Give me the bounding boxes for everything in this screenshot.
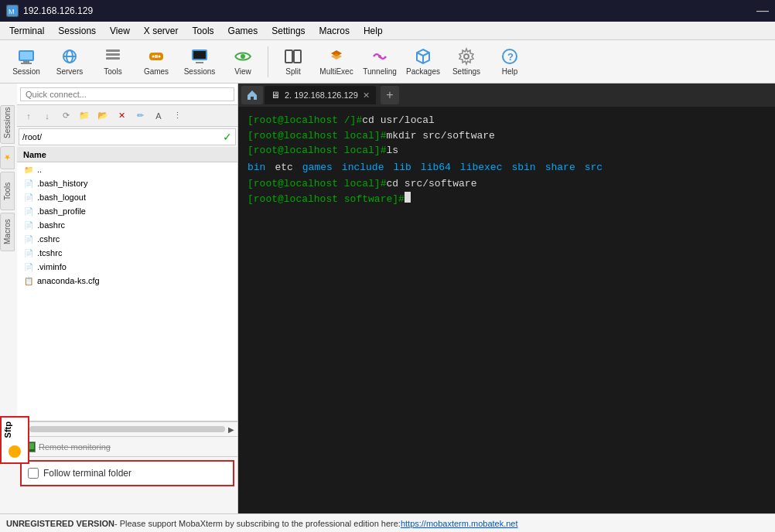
menu-terminal[interactable]: Terminal — [3, 24, 50, 38]
fb-edit-btn[interactable]: ✏ — [131, 107, 149, 124]
file-icon: 📄 — [23, 247, 34, 258]
file-icon: 📄 — [23, 220, 34, 230]
toolbar-tunneling[interactable]: Tunneling — [360, 43, 400, 80]
path-ok-icon: ✓ — [223, 131, 232, 143]
follow-folder-label[interactable]: Follow terminal folder — [43, 468, 131, 479]
terminal-line: [root@localhost local]# mkdir src/softwa… — [248, 128, 766, 144]
svg-rect-10 — [106, 57, 120, 60]
sessions-label: Sessions — [184, 67, 216, 76]
fb-text-btn[interactable]: A — [150, 107, 167, 124]
fb-more-btn[interactable]: ⋮ — [169, 107, 186, 124]
remote-monitoring-row: Remote monitoring — [17, 437, 237, 457]
list-item[interactable]: 📄 .bash_history — [17, 176, 237, 190]
menu-sessions[interactable]: Sessions — [52, 24, 102, 38]
list-item[interactable]: 📄 .bashrc — [17, 218, 237, 232]
toolbar: Session Servers Tools Games Sessions Vie… — [0, 40, 775, 84]
fb-up-btn[interactable]: ↑ — [20, 107, 37, 124]
tunneling-label: Tunneling — [363, 67, 397, 76]
multiexec-label: MultiExec — [319, 67, 353, 76]
toolbar-packages[interactable]: Packages — [403, 43, 443, 80]
menu-tools[interactable]: Tools — [186, 24, 220, 38]
current-path-text: /root/ — [22, 132, 223, 142]
scroll-thumb[interactable] — [29, 426, 225, 432]
file-icon: 📄 — [23, 192, 34, 203]
terminal-tab-label: 2. 192.168.126.129 — [285, 90, 358, 100]
sftp-label[interactable]: Sftp — [2, 418, 28, 441]
file-item-name: .. — [37, 165, 42, 174]
file-browser: ↑ ↓ ⟳ 📁 📂 ✕ ✏ A ⋮ /root/ ✓ Name — [17, 84, 237, 513]
status-message: - Please support MobaXterm by subscribin… — [114, 519, 401, 528]
toolbar-session[interactable]: Session — [6, 43, 46, 80]
terminal-line: [root@localhost local]# cd src/software — [248, 176, 766, 192]
fb-refresh-btn[interactable]: ⟳ — [57, 107, 74, 124]
toolbar-split[interactable]: Split — [273, 43, 313, 80]
list-item[interactable]: 📄 .bash_profile — [17, 204, 237, 218]
list-item[interactable]: 📋 anaconda-ks.cfg — [17, 274, 237, 288]
svg-line-24 — [423, 53, 429, 56]
sidebar-item-macros[interactable]: Macros — [0, 213, 15, 251]
remote-monitoring-label: Remote monitoring — [39, 442, 111, 452]
packages-icon — [414, 47, 432, 66]
svg-rect-17 — [193, 51, 206, 59]
sessions-icon — [190, 47, 209, 66]
ls-dir-item: lib — [393, 160, 411, 176]
fb-folder-btn[interactable]: 📂 — [94, 107, 111, 124]
file-list: 📁 .. 📄 .bash_history 📄 .bash_logout 📄 .b… — [17, 162, 237, 421]
fb-download-btn[interactable]: ↓ — [39, 107, 56, 124]
minimize-btn[interactable]: — — [756, 4, 769, 18]
toolbar-sessions[interactable]: Sessions — [179, 43, 220, 80]
scroll-right-btn[interactable]: ▶ — [228, 425, 234, 434]
menu-games[interactable]: Games — [222, 24, 265, 38]
sidebar-item-tools[interactable]: Tools — [0, 172, 15, 210]
menu-macros[interactable]: Macros — [313, 24, 356, 38]
sidebar-item-sessions[interactable]: Sessions — [0, 105, 15, 144]
file-browser-toolbar: ↑ ↓ ⟳ 📁 📂 ✕ ✏ A ⋮ — [17, 105, 237, 127]
list-item[interactable]: 📄 .tcshrc — [17, 246, 237, 260]
terminal-tab-1[interactable]: 🖥 2. 192.168.126.129 ✕ — [265, 86, 376, 104]
menu-settings[interactable]: Settings — [265, 24, 311, 38]
file-item-name: .bash_logout — [37, 193, 86, 202]
list-item[interactable]: 📄 .viminfo — [17, 260, 237, 274]
main-area: Sessions ★ Tools Macros Sftp ↑ ↓ ⟳ 📁 — [0, 84, 775, 513]
svg-point-19 — [241, 54, 245, 59]
fb-newdir-btn[interactable]: 📁 — [76, 107, 93, 124]
mobaxterm-link[interactable]: https://mobaxterm.mobatek.net — [401, 519, 518, 528]
toolbar-servers[interactable]: Servers — [50, 43, 90, 80]
toolbar-help[interactable]: ? Help — [490, 43, 530, 80]
svg-point-15 — [159, 56, 161, 58]
svg-rect-5 — [21, 63, 32, 64]
terminal-content[interactable]: [root@localhost /]# cd usr/local [root@l… — [238, 107, 775, 513]
terminal-area: 🖥 2. 192.168.126.129 ✕ + [root@localhost… — [238, 84, 775, 513]
menu-xserver[interactable]: X server — [138, 24, 185, 38]
scroll-area: ◀ ▶ — [17, 421, 237, 437]
tab-close-btn[interactable]: ✕ — [363, 90, 370, 101]
term-prompt: [root@localhost local]# — [248, 143, 386, 159]
term-prompt: [root@localhost /]# — [248, 113, 362, 128]
terminal-tab-bar: 🖥 2. 192.168.126.129 ✕ + — [238, 84, 775, 107]
ls-dir-item: bin — [248, 160, 265, 176]
sidebar-item-favorites[interactable]: ★ — [0, 146, 15, 169]
new-tab-btn[interactable]: + — [381, 86, 399, 104]
toolbar-games[interactable]: Games — [136, 43, 176, 80]
term-cmd: ls — [386, 143, 398, 159]
file-icon: 📄 — [23, 206, 34, 217]
menu-view[interactable]: View — [104, 24, 136, 38]
svg-rect-11 — [106, 49, 120, 52]
list-item[interactable]: 📄 .bash_logout — [17, 190, 237, 204]
toolbar-settings[interactable]: Settings — [446, 43, 487, 80]
file-item-name: .bash_profile — [37, 206, 86, 216]
menu-help[interactable]: Help — [357, 24, 389, 38]
follow-folder-checkbox[interactable] — [28, 468, 39, 479]
list-item[interactable]: 📁 .. — [17, 162, 237, 176]
left-bottom-panel: ◀ ▶ Remote monitoring Follow terminal fo… — [17, 421, 237, 513]
quick-connect-input[interactable] — [20, 87, 234, 101]
toolbar-view[interactable]: View — [223, 43, 263, 80]
list-item[interactable]: 📄 .cshrc — [17, 232, 237, 246]
fb-delete-btn[interactable]: ✕ — [113, 107, 130, 124]
folder-up-icon: 📁 — [23, 164, 34, 175]
toolbar-tools[interactable]: Tools — [93, 43, 133, 80]
terminal-home-btn[interactable] — [241, 86, 263, 104]
sftp-indicator — [9, 445, 21, 458]
app-icon: M — [6, 5, 19, 17]
toolbar-multiexec[interactable]: MultiExec — [316, 43, 357, 80]
